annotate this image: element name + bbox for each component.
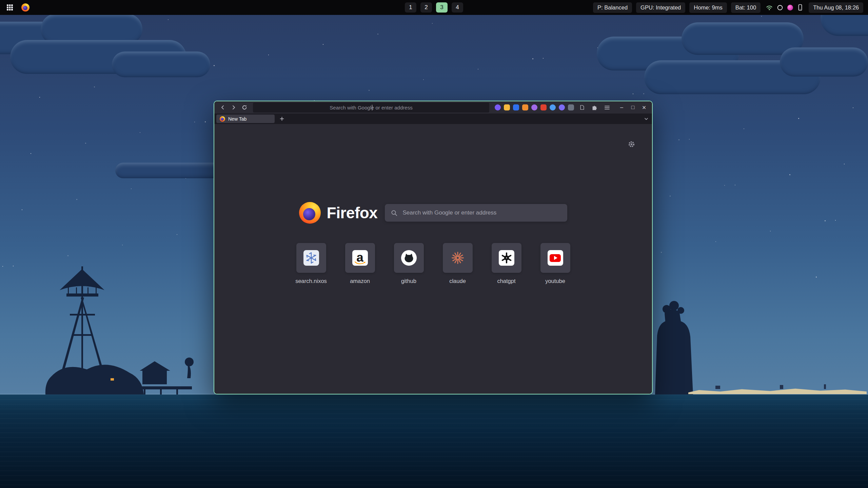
browser-toolbar: – □ × [214,101,652,114]
text-caret [372,105,373,110]
star [377,34,378,35]
url-input[interactable] [257,104,485,111]
shortcut-label: chatgpt [497,278,515,284]
minimize-button[interactable]: – [617,103,626,112]
star [76,199,77,200]
shortcut-youtube[interactable]: youtube [540,243,570,284]
shortcut-github[interactable]: github [394,243,424,284]
extension-icon[interactable] [522,104,528,110]
app-launcher-button[interactable] [5,2,15,13]
wifi-icon[interactable] [766,4,773,11]
tab-bar: New Tab [214,114,652,124]
chevron-down-icon [644,117,649,121]
star [131,188,132,189]
extension-icon[interactable] [568,104,574,110]
reload-button[interactable] [239,103,250,112]
claude-starburst-icon [450,250,465,265]
chatgpt-knot-icon [499,250,514,266]
workspace-3-active[interactable]: 3 [436,2,448,13]
extension-icons [495,103,612,112]
maximize-button[interactable]: □ [628,103,637,112]
workspace-1[interactable]: 1 [405,2,416,13]
battery-status: Bat: 100 [731,2,761,13]
star [789,174,790,175]
star [369,90,370,91]
url-bar[interactable] [253,103,489,113]
star [825,220,826,221]
tile-box [540,243,570,273]
newtab-hero: Firefox [214,202,652,224]
nixos-snowflake-icon [303,250,319,266]
youtube-icon [548,250,563,266]
shortcut-tiles: search.nixos a [214,243,652,284]
menu-button[interactable] [602,103,612,112]
star [268,55,269,55]
star [214,65,215,66]
star [715,241,716,242]
new-tab-page: Firefox [214,124,652,394]
window-controls: – □ × [617,103,649,112]
reload-icon [242,105,247,110]
phone-icon[interactable] [797,4,803,11]
shortcut-label: amazon [350,278,370,284]
shortcut-claude[interactable]: claude [443,243,473,284]
shortcut-chatgpt[interactable]: chatgpt [492,243,521,284]
cloud [780,47,868,77]
extension-icon[interactable] [540,104,547,110]
star [670,196,671,197]
extension-icon[interactable] [559,104,565,110]
tile-box [296,243,326,273]
newtab-search-input[interactable] [402,209,561,217]
extension-icon[interactable] [513,104,519,110]
extension-icon[interactable] [495,104,501,110]
gear-icon [628,141,635,148]
workspace-2[interactable]: 2 [420,2,432,13]
personalize-button[interactable] [626,139,636,149]
star [543,58,544,59]
firefox-brand: Firefox [299,202,378,224]
workspace-4[interactable]: 4 [452,2,463,13]
forward-arrow-icon [231,105,236,110]
extensions-button[interactable] [590,103,599,112]
youtube-play-icon [550,254,561,262]
extension-icon[interactable] [550,104,556,110]
hamburger-menu-icon [604,105,610,110]
list-all-tabs-button[interactable] [644,114,649,124]
shortcut-amazon[interactable]: a amazon [345,243,375,284]
power-profile-status: P: Balanced [593,2,632,13]
extensions-puzzle-icon [591,105,597,110]
star [432,23,433,24]
page-icon [579,105,585,110]
star [94,86,95,87]
star [323,44,323,45]
cloud [115,163,231,178]
star [761,16,762,17]
tile-box [394,243,424,273]
tab-new-tab[interactable]: New Tab [216,115,275,123]
page-actions-button[interactable] [577,103,587,112]
shortcut-search-nixos[interactable]: search.nixos [296,243,326,284]
extension-icon[interactable] [531,104,537,110]
star [194,122,195,122]
back-button[interactable] [218,103,228,112]
firefox-wordmark: Firefox [327,204,378,222]
star [168,19,169,20]
forward-button[interactable] [229,103,239,112]
wallpaper-sea [0,394,868,488]
bluetooth-icon[interactable] [777,4,783,11]
star [798,118,799,119]
firefox-launcher-button[interactable] [20,2,31,13]
amazon-icon: a [352,250,368,266]
sandbar-tree [824,384,826,389]
star [22,209,22,210]
star [633,94,633,94]
github-octocat-icon [401,250,417,266]
media-indicator-icon[interactable] [787,5,793,11]
sandbar-hut [780,385,783,389]
newtab-search-bar[interactable] [385,204,567,222]
close-button[interactable]: × [639,103,649,112]
extension-icon[interactable] [504,104,510,110]
star [724,185,725,186]
system-tray [766,4,803,11]
new-tab-button[interactable] [277,115,286,123]
